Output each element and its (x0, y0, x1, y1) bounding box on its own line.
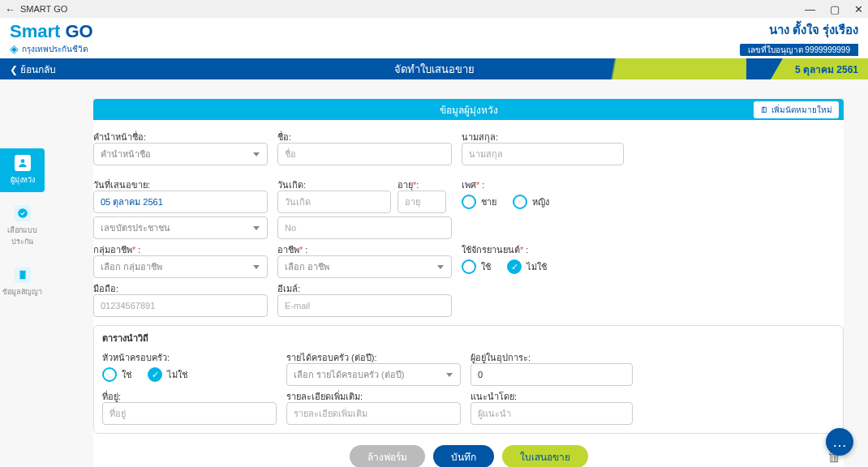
page-title: จัดทำใบเสนอขาย (394, 61, 475, 78)
back-arrow-icon[interactable]: ← (5, 3, 15, 15)
id-type-select[interactable]: เลขบัตรประชาชน (93, 216, 268, 239)
document-icon (15, 267, 31, 283)
label-household-head: หัวหน้าครอบครัว: (102, 350, 277, 362)
label-dependents: ผู้อยู่ในอุปการะ: (471, 350, 633, 362)
nav-accent (503, 58, 746, 79)
company-name: กรุงเทพประกันชีวิต (22, 43, 88, 55)
form-footer: ล้างฟอร์ม บันทึก ใบเสนอขาย 🗑 (93, 435, 844, 467)
dependents-input[interactable] (471, 363, 633, 386)
email-input[interactable] (277, 294, 452, 317)
app-logo: Smart GO ◈ กรุงเทพประกันชีวิต (10, 21, 93, 55)
firstname-input[interactable] (277, 143, 452, 165)
motorcycle-no-radio[interactable]: ไม่ใช้ (507, 259, 547, 274)
main-panel: ข้อมูลผู้มุ่งหวัง 🗓 เพิ่มนัดหมายใหม่ คำน… (45, 79, 868, 467)
page-navbar: ❮ ย้อนกลับ จัดทำใบเสนอขาย 5 ตุลาคม 2561 (0, 58, 868, 79)
window-titlebar: ← SMART GO — ▢ ✕ (0, 0, 868, 18)
new-appointment-button[interactable]: 🗓 เพิ่มนัดหมายใหม่ (754, 101, 839, 118)
logo-go: GO (60, 21, 92, 41)
label-motorcycle: ใช้จักรยานยนต์* : (462, 242, 624, 254)
minimize-button[interactable]: — (805, 3, 815, 15)
content-area: ผู้มุ่งหวัง เลือกแบบประกัน ข้อมูลสัญญา ข… (0, 79, 868, 467)
navbar-back-link[interactable]: ❮ ย้อนกลับ (0, 62, 66, 77)
quote-button[interactable]: ใบเสนอขาย (502, 445, 588, 467)
person-icon (15, 155, 31, 171)
label-propose-date: วันที่เสนอขาย: (93, 178, 268, 189)
occupation-select[interactable]: เลือก อาชีพ (277, 255, 452, 278)
license-badge: เลขที่ใบอนุญาต 9999999999 (740, 44, 858, 56)
occ-group-select[interactable]: เลือก กลุ่มอาชีพ (93, 255, 268, 278)
label-gender: เพศ* : (462, 178, 624, 189)
propose-date-input[interactable] (93, 191, 268, 213)
left-nav: ผู้มุ่งหวัง เลือกแบบประกัน ข้อมูลสัญญา (0, 79, 45, 467)
label-firstname: ชื่อ: (277, 130, 452, 141)
lastname-input[interactable] (462, 143, 624, 165)
form-body: คำนำหน้าชื่อ: คำนำหน้าชื่อ ชื่อ: นามสกุล… (93, 120, 844, 467)
nav-tab-plan[interactable]: เลือกแบบประกัน (0, 199, 45, 254)
nav-tab-prospect[interactable]: ผู้มุ่งหวัง (0, 148, 45, 192)
gender-female-radio[interactable]: หญิง (513, 195, 549, 209)
lifestyle-title: ตารางนำวิถี (102, 331, 835, 345)
label-household-income: รายได้ครอบครัว (ต่อปี): (286, 350, 461, 362)
calendar-icon: 🗓 (760, 105, 768, 114)
details-input[interactable] (286, 402, 461, 425)
id-no-input[interactable] (277, 216, 452, 239)
label-occupation: อาชีพ* : (277, 242, 452, 254)
label-email: อีเมล์: (277, 281, 452, 293)
head-yes-radio[interactable]: ใช่ (102, 367, 131, 382)
clear-button[interactable]: ล้างฟอร์ม (350, 445, 425, 467)
label-age: อายุ*: (397, 178, 446, 189)
label-address: ที่อยู่: (102, 389, 277, 401)
chevron-left-icon: ❮ (10, 64, 20, 75)
income-select[interactable]: เลือก รายได้ครอบครัว (ต่อปี) (286, 363, 461, 386)
label-prefix: คำนำหน้าชื่อ: (93, 130, 268, 141)
section-header: ข้อมูลผู้มุ่งหวัง 🗓 เพิ่มนัดหมายใหม่ (93, 99, 844, 120)
current-date: 5 ตุลาคม 2561 (771, 58, 868, 79)
nav-tab-contract[interactable]: ข้อมูลสัญญา (0, 260, 45, 304)
lifestyle-subsection: ตารางนำวิถี หัวหน้าครอบครัว: ใช่ ไม่ใช่ … (93, 325, 844, 434)
firstname-error (277, 166, 452, 174)
svg-point-1 (18, 208, 28, 218)
birthdate-input[interactable] (277, 191, 391, 213)
agent-info: นาง ตั้งใจ รุ่งเรือง เลขที่ใบอนุญาต 9999… (740, 20, 858, 56)
svg-point-0 (20, 159, 24, 163)
address-input[interactable] (102, 402, 277, 425)
fab-button[interactable]: … (826, 428, 853, 456)
label-mobile: มือถือ: (93, 281, 268, 293)
age-input[interactable] (397, 191, 446, 213)
prefix-select[interactable]: คำนำหน้าชื่อ (93, 143, 268, 165)
referrer-input[interactable] (471, 402, 633, 425)
close-button[interactable]: ✕ (854, 3, 863, 15)
label-birthdate: วันเกิด: (277, 178, 391, 189)
motorcycle-yes-radio[interactable]: ใช้ (462, 259, 491, 274)
section-title: ข้อมูลผู้มุ่งหวัง (440, 102, 498, 118)
save-button[interactable]: บันทึก (433, 445, 494, 467)
svg-rect-2 (19, 271, 25, 280)
app-name: SMART GO (20, 4, 805, 14)
head-no-radio[interactable]: ไม่ใช่ (148, 367, 187, 382)
maximize-button[interactable]: ▢ (830, 3, 840, 15)
label-details: รายละเอียดเพิ่มเติม: (286, 389, 461, 401)
logo-smart: Smart (10, 21, 60, 41)
label-referrer: แนะนำโดย: (471, 389, 633, 401)
mobile-input[interactable] (93, 294, 268, 317)
gender-male-radio[interactable]: ชาย (462, 195, 496, 209)
agent-name: นาง ตั้งใจ รุ่งเรือง (740, 20, 858, 40)
diamond-icon: ◈ (10, 42, 19, 55)
window-controls: — ▢ ✕ (805, 3, 863, 15)
label-lastname: นามสกุล: (462, 130, 624, 141)
check-icon (15, 205, 31, 221)
brand-bar: Smart GO ◈ กรุงเทพประกันชีวิต นาง ตั้งใจ… (0, 18, 868, 58)
label-occ-group: กลุ่มอาชีพ* : (93, 242, 268, 254)
